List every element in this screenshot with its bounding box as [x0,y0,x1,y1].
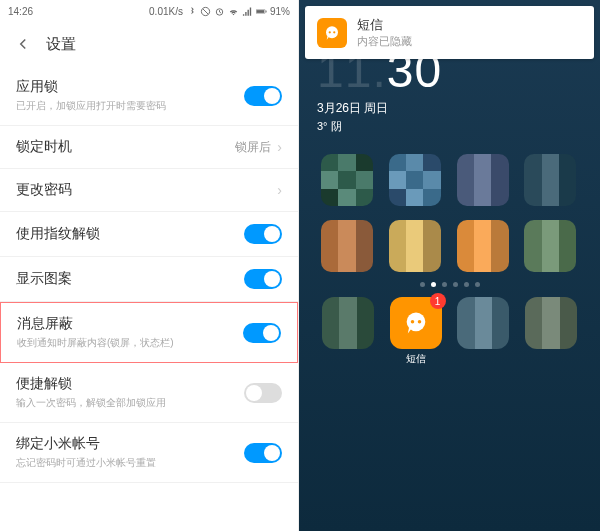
dock-item[interactable] [321,297,375,366]
notification-card[interactable]: 短信 内容已隐藏 [305,6,594,59]
svg-point-9 [410,320,414,324]
mute-icon [200,6,211,17]
sms-app-icon [317,18,347,48]
setting-title: 使用指纹解锁 [16,225,244,243]
setting-subtitle: 已开启，加锁应用打开时需要密码 [16,99,244,113]
chevron-right-icon: › [277,182,282,198]
lock-screen: 短信 内容已隐藏 11.30 3月26日 周日 3° 阴 1短信 [299,0,600,531]
setting-title: 便捷解锁 [16,375,244,393]
app-icon[interactable] [457,220,509,272]
svg-point-10 [417,320,421,324]
svg-point-7 [333,31,335,33]
dock: 1短信 [299,287,600,366]
dock-item[interactable]: 1短信 [389,297,443,366]
app-icon[interactable] [322,297,374,349]
app-icon[interactable] [457,154,509,206]
app-icon[interactable] [389,154,441,206]
setting-subtitle: 忘记密码时可通过小米帐号重置 [16,456,244,470]
status-indicators: 0.01K/s 91% [149,6,290,17]
alarm-icon [214,6,225,17]
setting-row[interactable]: 使用指纹解锁 [0,212,298,257]
toggle-switch[interactable] [244,383,282,403]
setting-title: 锁定时机 [16,138,235,156]
setting-title: 显示图案 [16,270,244,288]
setting-title: 应用锁 [16,78,244,96]
toggle-switch[interactable] [244,443,282,463]
notification-body: 内容已隐藏 [357,34,582,49]
setting-row[interactable]: 消息屏蔽收到通知时屏蔽内容(锁屏，状态栏) [0,302,298,363]
dock-item[interactable] [457,297,511,366]
setting-row[interactable]: 更改密码› [0,169,298,212]
status-bar: 14:26 0.01K/s 91% [0,0,298,22]
back-icon[interactable] [14,35,32,53]
chevron-right-icon: › [277,139,282,155]
notification-badge: 1 [430,293,446,309]
settings-list: 应用锁已开启，加锁应用打开时需要密码锁定时机锁屏后›更改密码›使用指纹解锁显示图… [0,66,298,531]
app-icon[interactable] [389,220,441,272]
app-icon[interactable] [457,297,509,349]
page-title: 设置 [46,35,76,54]
setting-title: 更改密码 [16,181,277,199]
battery-percent: 91% [270,6,290,17]
setting-title: 消息屏蔽 [17,315,243,333]
network-speed: 0.01K/s [149,6,183,17]
header: 设置 [0,22,298,66]
svg-rect-4 [266,10,267,12]
dock-item[interactable] [524,297,578,366]
setting-subtitle: 输入一次密码，解锁全部加锁应用 [16,396,244,410]
app-icon[interactable] [321,154,373,206]
setting-row[interactable]: 绑定小米帐号忘记密码时可通过小米帐号重置 [0,423,298,483]
setting-row[interactable]: 锁定时机锁屏后› [0,126,298,169]
clock-date: 3月26日 周日 [317,100,582,117]
wifi-icon [228,6,239,17]
setting-row[interactable]: 便捷解锁输入一次密码，解锁全部加锁应用 [0,363,298,423]
dock-label: 短信 [406,352,426,366]
signal-icon [242,6,253,17]
app-icon[interactable] [525,297,577,349]
setting-value: 锁屏后 [235,139,271,156]
setting-title: 绑定小米帐号 [16,435,244,453]
toggle-switch[interactable] [243,323,281,343]
battery-icon [256,6,267,17]
bluetooth-icon [186,6,197,17]
notification-content: 短信 内容已隐藏 [357,16,582,49]
svg-point-6 [329,31,331,33]
notification-app-name: 短信 [357,16,582,34]
toggle-switch[interactable] [244,86,282,106]
app-icon[interactable] [524,220,576,272]
toggle-switch[interactable] [244,269,282,289]
app-grid [299,134,600,272]
app-icon[interactable] [524,154,576,206]
setting-subtitle: 收到通知时屏蔽内容(锁屏，状态栏) [17,336,243,350]
svg-rect-3 [256,10,264,13]
app-icon[interactable] [321,220,373,272]
setting-row[interactable]: 显示图案 [0,257,298,302]
clock-weather: 3° 阴 [317,119,582,134]
status-time: 14:26 [8,6,33,17]
sms-dock-icon[interactable]: 1 [390,297,442,349]
settings-screen: 14:26 0.01K/s 91% 设置 应用锁已开启，加锁应用打开时需要密码锁… [0,0,299,531]
setting-row[interactable]: 应用锁已开启，加锁应用打开时需要密码 [0,66,298,126]
toggle-switch[interactable] [244,224,282,244]
